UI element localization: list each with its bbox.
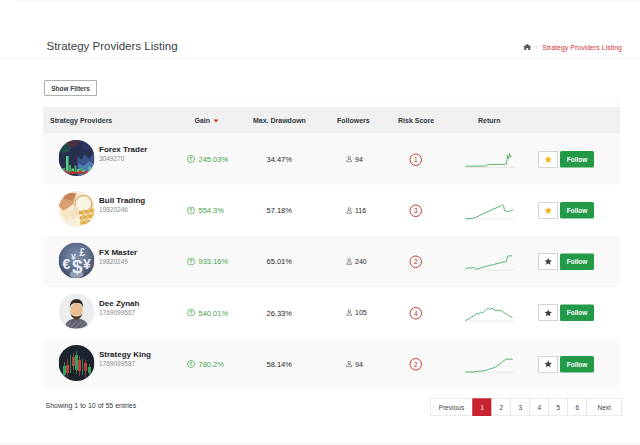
- svg-text:¥: ¥: [71, 251, 76, 261]
- svg-text:£: £: [80, 246, 86, 257]
- svg-text:€: €: [63, 255, 71, 271]
- svg-text:¥: ¥: [83, 255, 91, 271]
